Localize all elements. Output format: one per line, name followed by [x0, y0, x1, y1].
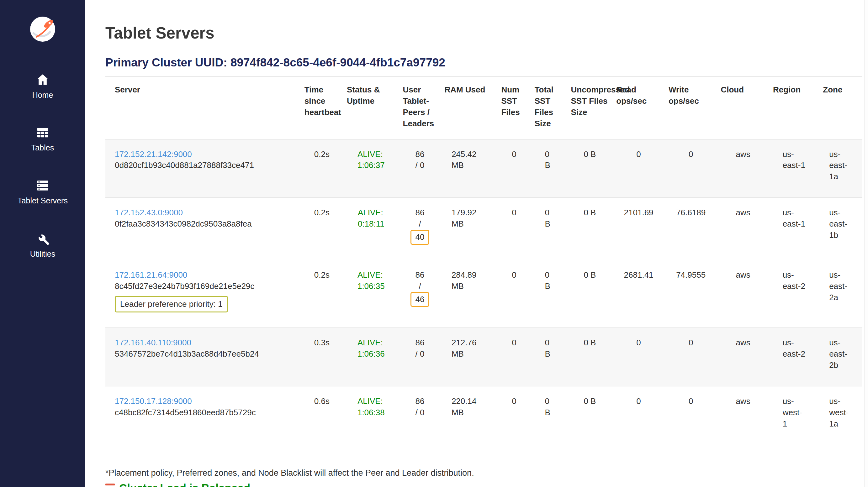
cluster-load-status: Cluster Load is Balanced [105, 482, 862, 487]
table-row: 172.150.17.128:9000 c48bc82fc7314d5e9186… [105, 386, 862, 445]
rocket-planet-icon [28, 14, 57, 44]
write-ops-cell: 0 [665, 328, 717, 386]
num-sst-value: 0 [512, 270, 516, 280]
logo[interactable] [28, 14, 57, 44]
cluster-load-label: Cluster Load is Balanced [119, 482, 250, 487]
uptime-value: 1:06:35 [358, 281, 385, 292]
sidebar-item-tables[interactable]: Tables [31, 126, 54, 152]
uncompressed-sst-value: 0 B [584, 338, 596, 347]
column-header-ram: RAM Used [441, 77, 497, 139]
balance-icon [105, 484, 115, 487]
cloud-cell: aws [717, 139, 769, 198]
heartbeat-value: 0.2s [314, 270, 330, 280]
write-ops-cell: 74.9555 [665, 260, 717, 328]
column-header-server: Server [105, 77, 301, 139]
placement-footnote: *Placement policy, Preferred zones, and … [105, 468, 862, 478]
num-sst-value: 0 [512, 338, 516, 347]
peers-value: 86 [410, 207, 430, 219]
read-ops-value: 0 [636, 396, 641, 406]
main-content: Tablet Servers Primary Cluster UUID: 897… [85, 25, 868, 487]
uncompressed-sst-value: 0 B [584, 150, 596, 159]
ram-cell: 245.42 MB [441, 139, 497, 198]
status-value: ALIVE: [358, 269, 385, 281]
column-header-uncompressed-sst: Uncompressed SST Files Size [567, 77, 613, 139]
leaders-value-highlighted: 40 [410, 230, 430, 245]
uncompressed-sst-cell: 0 B [567, 139, 613, 198]
peers-leaders-cell: 86 / 46 [399, 260, 441, 328]
server-link[interactable]: 172.152.43.0:9000 [115, 208, 183, 217]
column-header-num-sst: Num SST Files [497, 77, 531, 139]
status-value: ALIVE: [358, 337, 385, 349]
zone-value: us-east-1b [829, 207, 852, 241]
zone-cell: us-east-1a [819, 139, 862, 198]
zone-cell: us-west-1a [819, 386, 862, 445]
peers-leaders-separator: / [410, 281, 430, 292]
heartbeat-value: 0.2s [314, 150, 330, 159]
server-uuid: 0d820cf1b93c40d881a27888f33ce471 [115, 160, 297, 171]
leaders-value: 0 [420, 349, 424, 358]
read-ops-cell: 0 [613, 328, 665, 386]
region-value: us-east-1 [783, 207, 806, 230]
heartbeat-cell: 0.6s [301, 386, 343, 445]
leaders-value-highlighted: 46 [410, 292, 430, 307]
status-cell: ALIVE: 1:06:35 [343, 260, 399, 328]
uptime-value: 1:06:38 [358, 407, 385, 418]
read-ops-cell: 0 [613, 386, 665, 445]
table-row: 172.161.40.110:9000 53467572be7c4d13b3ac… [105, 328, 862, 386]
zone-value: us-east-1a [829, 149, 852, 183]
total-sst-value: 0 B [545, 396, 553, 418]
column-header-write-ops: Write ops/sec [665, 77, 717, 139]
ram-value: 212.76 MB [452, 337, 487, 360]
total-sst-value: 0 B [545, 207, 553, 230]
cloud-cell: aws [717, 328, 769, 386]
status-cell: ALIVE: 1:06:37 [343, 139, 399, 198]
total-sst-cell: 0 B [531, 386, 567, 445]
sidebar-nav: Home Tables [0, 73, 85, 258]
peers-value: 86 [410, 269, 430, 281]
uptime-value: 0:18:11 [358, 219, 384, 230]
column-header-heartbeat: Time since heartbeat [301, 77, 343, 139]
server-link[interactable]: 172.161.40.110:9000 [115, 338, 191, 347]
heartbeat-value: 0.3s [314, 338, 330, 347]
heartbeat-cell: 0.3s [301, 328, 343, 386]
sidebar-item-home[interactable]: Home [32, 73, 53, 100]
scrollbar-track[interactable] [865, 0, 868, 487]
server-cell: 172.152.43.0:9000 0f2faa3c834343c0982dc9… [105, 198, 301, 260]
read-ops-value: 0 [636, 338, 641, 347]
server-link[interactable]: 172.161.21.64:9000 [115, 270, 187, 280]
zone-value: us-east-2b [829, 337, 852, 371]
region-value: us-east-2 [783, 337, 806, 360]
server-link[interactable]: 172.152.21.142:9000 [115, 150, 192, 159]
sidebar-item-tablet-servers[interactable]: Tablet Servers [18, 178, 68, 205]
sidebar-item-utilities[interactable]: Utilities [30, 232, 56, 259]
write-ops-cell: 0 [665, 139, 717, 198]
zone-cell: us-east-2a [819, 260, 862, 328]
status-value: ALIVE: [358, 207, 384, 219]
server-cell: 172.150.17.128:9000 c48bc82fc7314d5e9186… [105, 386, 301, 445]
read-ops-value: 2681.41 [624, 270, 653, 280]
zone-value: us-east-2a [829, 269, 852, 303]
column-header-read-ops: Read ops/sec [613, 77, 665, 139]
region-cell: us-east-1 [769, 139, 819, 198]
cloud-cell: aws [717, 198, 769, 260]
heartbeat-value: 0.6s [314, 396, 330, 406]
sidebar-item-label: Tables [31, 143, 54, 152]
region-cell: us-east-2 [769, 328, 819, 386]
zone-cell: us-east-2b [819, 328, 862, 386]
write-ops-value: 74.9555 [676, 270, 706, 280]
region-cell: us-east-2 [769, 260, 819, 328]
table-header-row: Server Time since heartbeat Status & Upt… [105, 77, 862, 139]
heartbeat-cell: 0.2s [301, 198, 343, 260]
server-link[interactable]: 172.150.17.128:9000 [115, 396, 192, 406]
peers-value: 86 [415, 150, 425, 159]
write-ops-cell: 0 [665, 386, 717, 445]
peers-value: 86 [415, 396, 425, 406]
heartbeat-cell: 0.2s [301, 260, 343, 328]
column-header-peers-leaders: User Tablet-Peers / Leaders [399, 77, 441, 139]
peers-leaders-separator: / [415, 408, 418, 417]
uncompressed-sst-cell: 0 B [567, 260, 613, 328]
region-value: us-west-1 [783, 396, 806, 430]
cloud-cell: aws [717, 386, 769, 445]
status-cell: ALIVE: 1:06:38 [343, 386, 399, 445]
peers-leaders-separator: / [415, 349, 418, 358]
